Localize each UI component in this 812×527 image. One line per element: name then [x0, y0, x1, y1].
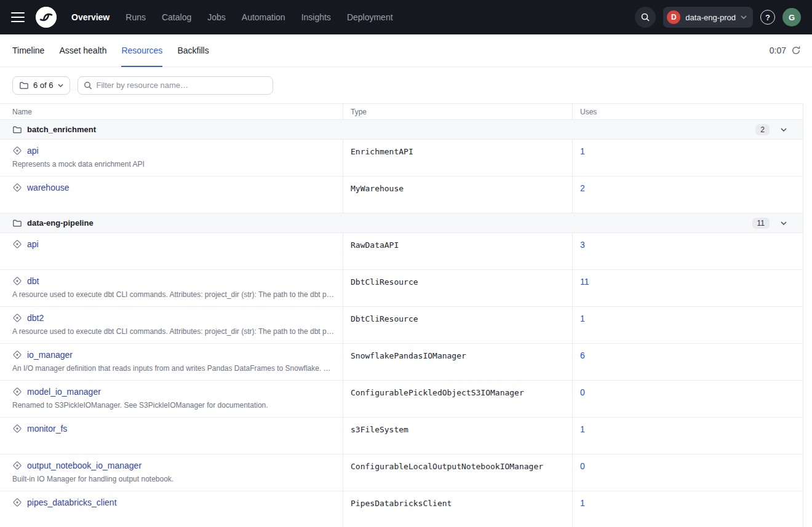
resource-name-cell: warehouse	[0, 176, 343, 213]
resource-row: dbtA resource used to execute dbt CLI co…	[0, 270, 803, 307]
uses-count-link[interactable]: 1	[580, 424, 585, 434]
resource-table-body: batch_enrichment2apiRepresents a mock da…	[0, 120, 803, 527]
resource-icon	[12, 313, 22, 323]
dagster-logo[interactable]	[36, 7, 57, 28]
group-name: data-eng-pipeline	[27, 218, 94, 228]
resource-type: RawDataAPI	[343, 233, 572, 269]
tab-timeline[interactable]: Timeline	[12, 34, 44, 66]
resource-uses-cell: 0	[572, 381, 803, 417]
resource-type: DbtCliResource	[343, 307, 572, 343]
resource-type: SnowflakePandasIOManager	[343, 344, 572, 380]
uses-count-link[interactable]: 0	[580, 461, 585, 471]
resource-group-row[interactable]: data-eng-pipeline11	[0, 213, 803, 233]
resource-row: dbt2A resource used to execute dbt CLI c…	[0, 307, 803, 344]
chevron-down-icon[interactable]	[781, 128, 787, 132]
tab-resources[interactable]: Resources	[121, 34, 162, 66]
overview-tab-bar: Timeline Asset health Resources Backfill…	[0, 34, 812, 67]
uses-count-link[interactable]: 2	[580, 183, 585, 193]
resource-link[interactable]: dbt	[27, 276, 39, 286]
uses-count-link[interactable]: 3	[580, 240, 585, 250]
nav-item-catalog[interactable]: Catalog	[162, 12, 191, 22]
resource-description: Built-in IO Manager for handling output …	[12, 475, 335, 483]
resource-link[interactable]: monitor_fs	[27, 424, 67, 434]
resource-name-line: monitor_fs	[12, 424, 335, 434]
resource-name-cell: pipes_databricks_client	[0, 491, 343, 527]
search-button[interactable]	[635, 7, 656, 28]
resource-name-line: dbt2	[12, 313, 335, 323]
resource-name-cell: dbt2A resource used to execute dbt CLI c…	[0, 307, 343, 343]
resource-description: Represents a mock data enrichment API	[12, 160, 335, 168]
resource-name-cell: monitor_fs	[0, 418, 343, 454]
nav-item-automation[interactable]: Automation	[242, 12, 285, 22]
resource-link[interactable]: io_manager	[27, 350, 73, 360]
resource-uses-cell: 1	[572, 418, 803, 454]
resource-uses-cell: 2	[572, 176, 803, 213]
help-button[interactable]: ?	[760, 10, 775, 25]
resource-uses-cell: 1	[572, 140, 803, 176]
resource-icon	[12, 146, 22, 156]
resource-link[interactable]: api	[27, 239, 39, 249]
filter-bar: 6 of 6	[0, 67, 812, 103]
resource-link[interactable]: pipes_databricks_client	[27, 497, 117, 507]
deployment-switcher[interactable]: D data-eng-prod	[663, 7, 753, 28]
table-header-row: Name Type Uses	[0, 103, 803, 120]
tab-backfills[interactable]: Backfills	[177, 34, 209, 66]
user-avatar[interactable]: G	[782, 8, 801, 26]
resource-uses-cell: 3	[572, 233, 803, 269]
uses-count-link[interactable]: 1	[580, 146, 585, 156]
uses-count-link[interactable]: 1	[580, 314, 585, 323]
deployment-badge: D	[667, 10, 680, 24]
uses-count-link[interactable]: 6	[580, 351, 585, 360]
search-icon	[640, 12, 650, 22]
top-nav: Overview Runs Catalog Jobs Automation In…	[0, 0, 812, 34]
question-mark-icon: ?	[765, 13, 770, 22]
resource-description: A resource used to execute dbt CLI comma…	[12, 327, 335, 336]
nav-item-deployment[interactable]: Deployment	[347, 12, 393, 22]
resource-name-cell: apiRepresents a mock data enrichment API	[0, 140, 343, 176]
resource-link[interactable]: model_io_manager	[27, 387, 101, 397]
nav-item-runs[interactable]: Runs	[125, 12, 146, 22]
resource-name-line: dbt	[12, 276, 335, 286]
resource-link[interactable]: output_notebook_io_manager	[27, 461, 141, 470]
folder-icon	[12, 218, 22, 228]
resource-type: DbtCliResource	[343, 270, 572, 306]
uses-count-link[interactable]: 0	[580, 387, 585, 397]
resource-name-cell: model_io_managerRenamed to S3PickleIOMan…	[0, 381, 343, 417]
resource-link[interactable]: warehouse	[27, 183, 70, 192]
chevron-down-icon	[741, 15, 747, 19]
resource-row: apiRepresents a mock data enrichment API…	[0, 140, 803, 176]
resource-filter	[78, 76, 273, 95]
nav-right-cluster: D data-eng-prod ? G	[635, 7, 801, 28]
resource-name-cell: output_notebook_io_managerBuilt-in IO Ma…	[0, 454, 343, 491]
resource-link[interactable]: dbt2	[27, 313, 44, 323]
uses-count-link[interactable]: 11	[580, 277, 589, 287]
resource-icon	[12, 387, 22, 397]
resource-filter-input[interactable]	[78, 76, 273, 95]
resource-name-cell: api	[0, 233, 343, 269]
uses-count-link[interactable]: 1	[580, 498, 585, 508]
folder-icon	[12, 125, 22, 135]
resource-icon	[12, 350, 22, 360]
resource-uses-cell: 6	[572, 344, 803, 380]
resource-name-cell: io_managerAn I/O manager definition that…	[0, 344, 343, 380]
tab-asset-health[interactable]: Asset health	[59, 34, 106, 66]
hamburger-menu-icon[interactable]	[11, 9, 27, 25]
nav-item-jobs[interactable]: Jobs	[207, 12, 226, 22]
nav-item-insights[interactable]: Insights	[301, 12, 331, 22]
search-icon	[83, 81, 93, 90]
resource-link[interactable]: api	[27, 146, 39, 156]
resource-description: A resource used to execute dbt CLI comma…	[12, 290, 335, 299]
refresh-icon[interactable]	[791, 46, 801, 55]
nav-item-overview[interactable]: Overview	[71, 12, 109, 22]
refresh-cluster: 0:07	[770, 34, 801, 66]
resource-group-row[interactable]: batch_enrichment2	[0, 120, 803, 140]
resource-name-line: warehouse	[12, 183, 335, 192]
resource-name-line: model_io_manager	[12, 387, 335, 397]
column-header-name: Name	[0, 104, 343, 119]
resource-row: monitor_fss3FileSystem1	[0, 418, 803, 454]
group-count-label: 6 of 6	[33, 81, 54, 90]
resource-icon	[12, 183, 22, 192]
chevron-down-icon[interactable]	[781, 221, 787, 225]
group-count-dropdown[interactable]: 6 of 6	[12, 76, 70, 95]
resource-name-line: io_manager	[12, 350, 335, 360]
